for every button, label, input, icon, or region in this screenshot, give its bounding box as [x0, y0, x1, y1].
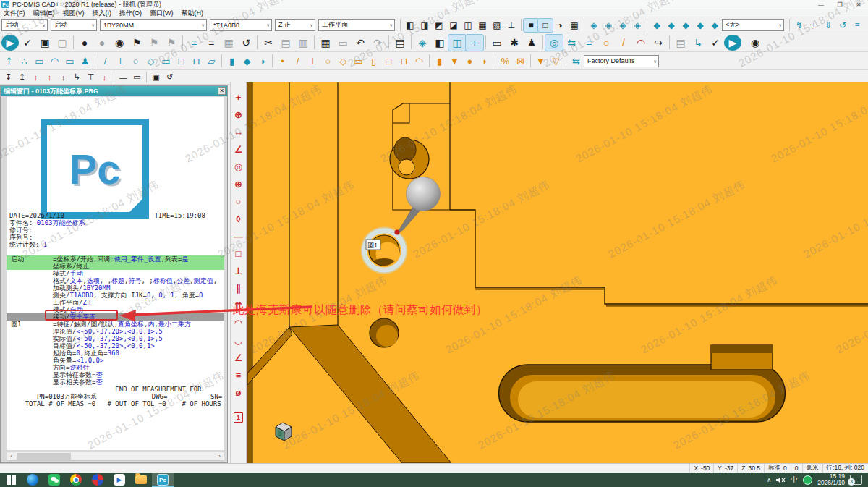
- scroll-left-arrow-icon[interactable]: ‹: [7, 452, 15, 460]
- align-recall-icon[interactable]: ↺: [835, 19, 850, 32]
- jump-list-icon[interactable]: ≡: [580, 35, 597, 51]
- code-line-20[interactable]: 起始角=0,终止角=360: [7, 350, 224, 357]
- probe-up-icon[interactable]: ↥: [1, 54, 17, 68]
- report-grid-icon[interactable]: ▦: [220, 35, 237, 51]
- gdt-parallelism-icon[interactable]: ∥: [231, 279, 246, 297]
- taskbar-clock[interactable]: 15:19 2026/1/10: [817, 473, 845, 486]
- gdt-concentricity-icon[interactable]: ◎: [231, 158, 246, 175]
- code-line-19[interactable]: 目标值/<-50,-37,20>,<0,0,1>: [7, 342, 224, 350]
- probe-dropdown[interactable]: 1BY20MM∨: [100, 19, 207, 31]
- point-cloud-icon[interactable]: ∴: [17, 54, 32, 68]
- scan-cart-icon[interactable]: ▭: [32, 54, 47, 68]
- redo-button[interactable]: ↷: [369, 35, 386, 51]
- confirm-button[interactable]: ✓: [707, 35, 724, 51]
- qual-ruler-icon-2[interactable]: ↕: [43, 72, 56, 83]
- view-right-icon[interactable]: ◫: [461, 19, 475, 32]
- gdt-position-icon[interactable]: ⊕: [231, 106, 246, 123]
- report-window-icon[interactable]: ≡: [185, 35, 203, 51]
- operator-mode-icon[interactable]: ♟: [77, 54, 93, 68]
- print-button[interactable]: ▤: [391, 35, 409, 51]
- cut-button[interactable]: ✂: [260, 35, 277, 51]
- taskbar-app-icon[interactable]: [87, 473, 109, 487]
- cad-list-icon[interactable]: ◆: [664, 19, 678, 32]
- gdt-profile-line-icon[interactable]: ◡: [231, 331, 246, 349]
- code-line-27[interactable]: TOTAL # OF MEAS =0 # OUT OF TOL =0 # OF …: [7, 400, 224, 407]
- preset-dropdown[interactable]: Factory Defaults∨: [584, 55, 659, 67]
- auto-square-slot-icon[interactable]: □: [174, 54, 189, 68]
- code-line-1[interactable]: DATE=2026/1/10 TIME=15:19:08: [7, 212, 224, 219]
- edit-window-title[interactable]: 编辑窗口 - 0103万能坐标系.PRG: [1, 86, 227, 96]
- mode-dropdown[interactable]: 启动∨: [1, 19, 48, 31]
- duplicate-pages-icon[interactable]: ▤: [672, 35, 689, 51]
- feat-sphere-icon[interactable]: ●: [462, 54, 477, 68]
- target-button[interactable]: ◎: [545, 35, 563, 51]
- view-top-icon[interactable]: ◩: [432, 19, 446, 32]
- edit-window-close-icon[interactable]: ✕: [218, 87, 226, 95]
- cancel-feature-button[interactable]: ▢: [54, 35, 71, 51]
- scrollbar-thumb[interactable]: [17, 453, 71, 460]
- code-line-3[interactable]: 修订号:: [7, 226, 224, 234]
- minimize-button[interactable]: —: [812, 0, 830, 9]
- line-tool-icon[interactable]: /: [615, 35, 632, 51]
- workplane-axis-dropdown[interactable]: Z 正∨: [275, 19, 315, 31]
- path-tool-icon[interactable]: ↪: [650, 35, 667, 51]
- menu-item-4[interactable]: 操作(O): [119, 9, 142, 18]
- feat-square-slot-icon[interactable]: ▯: [366, 54, 381, 68]
- pan-mode-icon[interactable]: +: [466, 35, 483, 51]
- align-save-icon[interactable]: ⇓: [821, 19, 835, 32]
- code-line-11[interactable]: 加载测头/1BY20MM: [7, 284, 224, 292]
- qual-tool-icon-2[interactable]: ↥: [15, 72, 29, 83]
- translucent-mode-icon[interactable]: ◑: [553, 19, 567, 32]
- execute-feature-button[interactable]: ▣: [36, 35, 54, 51]
- pattern-tool-icon[interactable]: ⊠: [513, 54, 528, 68]
- feature-tag[interactable]: 圆1: [366, 240, 380, 250]
- tray-green-app-icon[interactable]: [803, 475, 812, 485]
- code-line-13[interactable]: 工作平面/Z正: [7, 299, 224, 306]
- report-refresh-icon[interactable]: ↺: [237, 35, 255, 51]
- code-line-10[interactable]: 格式/文本,选项, ,标题,符号, ;标称值,公差,测定值,: [7, 277, 224, 284]
- report-template-icon[interactable]: ≡: [203, 35, 220, 51]
- code-line-16[interactable]: 圆1=特征/触测/圆/默认,直角坐标,内,最小二乘方: [7, 321, 224, 328]
- tray-chevron-icon[interactable]: ∧: [767, 477, 771, 483]
- view-front-icon[interactable]: ◨: [417, 19, 432, 32]
- gdt-cylindricity-icon[interactable]: ◊: [231, 210, 246, 227]
- taskbar-edge-icon[interactable]: [22, 473, 43, 487]
- taskbar-pcdmis-icon[interactable]: Pc: [152, 473, 174, 487]
- gdt-distance-icon[interactable]: ↔: [231, 123, 246, 140]
- paste-button[interactable]: ▥: [294, 35, 312, 51]
- undo-button[interactable]: ↶: [352, 35, 369, 51]
- filter-tool-icon[interactable]: ▼: [533, 54, 548, 68]
- auto-plane-icon[interactable]: ⊥: [113, 54, 128, 68]
- cad-none-dropdown[interactable]: <无>∨: [722, 19, 784, 31]
- reset-view-icon[interactable]: ↺: [163, 72, 176, 83]
- auto-circle-icon[interactable]: ○: [128, 54, 143, 68]
- probe-t-icon[interactable]: ⊤: [84, 72, 98, 83]
- taskbar-player-icon[interactable]: ▶: [109, 473, 130, 487]
- grid-settings-icon[interactable]: ▦: [317, 35, 334, 51]
- gdt-diameter-icon[interactable]: ø: [231, 384, 246, 401]
- feat-line-icon[interactable]: /: [290, 54, 305, 68]
- code-line-26[interactable]: PN=0103万能坐标系 DWG= SN=: [7, 393, 224, 400]
- view-iso-icon[interactable]: ◧: [403, 19, 417, 32]
- close-button[interactable]: ✕: [849, 0, 868, 9]
- solid-cylinder-icon[interactable]: ▮: [224, 54, 239, 68]
- operator-icon[interactable]: ♟: [523, 35, 540, 51]
- play-button[interactable]: ▶: [724, 35, 741, 51]
- maximize-button[interactable]: ❐: [830, 0, 849, 9]
- marker-gray-icon[interactable]: ⚑: [145, 35, 163, 51]
- path-options-icon[interactable]: ⇆: [563, 35, 580, 51]
- wireframe-mode-icon[interactable]: □: [538, 19, 553, 32]
- notification-center-icon[interactable]: 3: [850, 475, 862, 485]
- align-quick-icon[interactable]: ↯: [792, 19, 807, 32]
- protractor-icon[interactable]: ◠: [47, 54, 62, 68]
- ime-indicator[interactable]: 中: [791, 475, 798, 485]
- qual-ruler-icon-1[interactable]: ↕: [29, 72, 43, 83]
- cad-3d-viewport[interactable]: 圆1: [247, 82, 868, 463]
- tip-dropdown[interactable]: *T1A0B0∨: [210, 19, 272, 31]
- code-line-7[interactable]: 启动=坐标系/开始,回调:使用_零件_设置,列表=是: [7, 255, 224, 263]
- auto-round-slot-icon[interactable]: ▭: [158, 54, 174, 68]
- circle-tool-icon[interactable]: ○: [597, 35, 615, 51]
- view-section-icon[interactable]: ▧: [490, 19, 504, 32]
- code-line-4[interactable]: 序列号:: [7, 234, 224, 241]
- preferences-icon[interactable]: ✱: [506, 35, 523, 51]
